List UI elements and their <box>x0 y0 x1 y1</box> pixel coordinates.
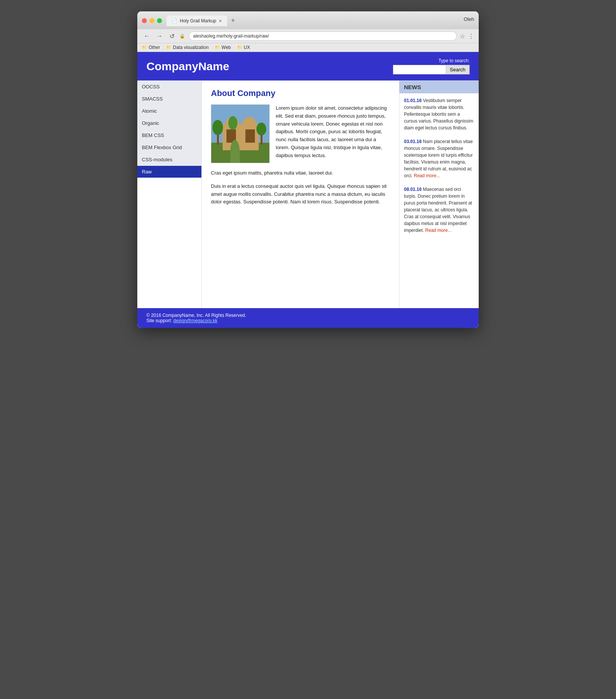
news-read-more-3[interactable]: Read more... <box>425 228 451 233</box>
tabs-row: 📄 Holy Grail Markup × + <box>167 15 238 26</box>
news-title: NEWS <box>399 81 479 93</box>
reload-button[interactable]: ↺ <box>168 32 176 41</box>
bookmark-web[interactable]: 📁 Web <box>215 45 231 50</box>
folder-icon: 📁 <box>166 45 171 50</box>
search-button[interactable]: Search <box>446 65 470 74</box>
search-area: Type to search: Search <box>393 58 470 74</box>
bookmark-label: Web <box>222 45 231 50</box>
menu-button[interactable]: ⋮ <box>468 33 474 40</box>
sidebar-item-oocss[interactable]: OOCSS <box>137 81 201 93</box>
sidebar-item-atomic[interactable]: Atomic <box>137 105 201 117</box>
sidebar-item-organic[interactable]: Organic <box>137 117 201 129</box>
content-image <box>211 104 270 163</box>
news-sidebar: NEWS 01.01.16 Vestibulum semper convalli… <box>399 81 479 308</box>
svg-rect-9 <box>232 128 234 145</box>
address-input[interactable] <box>189 31 457 41</box>
sidebar-item-css-modules[interactable]: CSS-modules <box>137 154 201 166</box>
folder-icon: 📁 <box>215 45 220 50</box>
folder-icon: 📁 <box>237 45 242 50</box>
svg-point-4 <box>242 117 256 131</box>
news-content: 01.01.16 Vestibulum semper convallis mau… <box>399 93 479 244</box>
minimize-button[interactable] <box>149 18 154 23</box>
footer-support: Site support: design@megacorp.kk <box>146 318 470 323</box>
content-paragraph-3: Duis in erat a lectus consequat auctor q… <box>211 183 390 206</box>
site-footer: © 2016 CompanyName, Inc. All Rights Rese… <box>137 308 479 328</box>
news-item-3: 08.01.16 Maecenas sed orci turpis. Donec… <box>404 186 474 234</box>
bookmark-label: Other <box>149 45 160 50</box>
sidebar-item-raw[interactable]: Raw <box>137 166 201 178</box>
site-header: CompanyName Type to search: Search <box>137 52 479 80</box>
bookmark-button[interactable]: ☆ <box>460 33 465 40</box>
news-item-2: 03.01.16 Nam placerat tellus vitae rhonc… <box>404 138 474 179</box>
tab-close-button[interactable]: × <box>219 18 222 24</box>
news-date-2: 03.01.16 <box>404 139 422 144</box>
sidebar-item-smacss[interactable]: SMACSS <box>137 93 201 105</box>
bookmarks-bar: 📁 Other 📁 Data visualization 📁 Web 📁 UX <box>137 43 479 52</box>
content-area: About Company <box>202 81 399 308</box>
content-image-visual <box>211 105 269 163</box>
bookmark-label: UX <box>244 45 250 50</box>
content-intro: Lorem ipsum dolor sit amet, consectetur … <box>211 104 390 163</box>
search-row: Search <box>393 65 470 74</box>
sidebar-item-bem-css[interactable]: BEM CSS <box>137 129 201 142</box>
bookmark-other[interactable]: 📁 Other <box>142 45 160 50</box>
footer-support-label: Site support: <box>146 318 172 323</box>
forward-button[interactable]: → <box>155 32 165 40</box>
browser-window: 📄 Holy Grail Markup × + Oleh ← → ↺ 🔒 ☆ ⋮… <box>137 11 479 328</box>
footer-support-email[interactable]: design@megacorp.kk <box>173 318 217 323</box>
news-read-more-2[interactable]: Read more... <box>414 173 440 178</box>
footer-copyright: © 2016 CompanyName, Inc. All Rights Rese… <box>146 313 470 318</box>
news-item-1: 01.01.16 Vestibulum semper convallis mau… <box>404 97 474 131</box>
secure-icon: 🔒 <box>179 33 185 39</box>
news-date-3: 08.01.16 <box>404 187 422 192</box>
bookmark-ux[interactable]: 📁 UX <box>237 45 250 50</box>
back-button[interactable]: ← <box>142 32 152 40</box>
maximize-button[interactable] <box>157 18 162 23</box>
svg-point-12 <box>256 123 266 135</box>
tab-title: Holy Grail Markup <box>180 18 216 24</box>
svg-rect-5 <box>226 129 236 143</box>
bookmark-datavis[interactable]: 📁 Data visualization <box>166 45 209 50</box>
active-tab[interactable]: 📄 Holy Grail Markup × <box>167 16 227 26</box>
search-input[interactable] <box>393 65 446 74</box>
profile-label: Oleh <box>464 16 474 25</box>
search-label: Type to search: <box>438 58 470 63</box>
svg-point-10 <box>228 116 237 130</box>
tab-icon: 📄 <box>172 18 178 24</box>
close-button[interactable] <box>142 18 147 23</box>
main-layout: OOCSS SMACSS Atomic Organic BEM CSS BEM … <box>137 80 479 308</box>
content-paragraph-1: Lorem ipsum dolor sit amet, consectetur … <box>276 104 390 163</box>
sidebar-item-bem-flexbox[interactable]: BEM Flexbox Grid <box>137 142 201 154</box>
news-text-3: Maecenas sed orci turpis. Donec pretium … <box>404 187 472 233</box>
svg-point-8 <box>212 120 223 135</box>
new-tab-button[interactable]: + <box>228 15 238 26</box>
news-text-2: Nam placerat tellus vitae rhoncus ornare… <box>404 139 473 178</box>
folder-icon: 📁 <box>142 45 147 50</box>
news-date-1: 01.01.16 <box>404 98 422 103</box>
window-controls <box>142 18 162 23</box>
site-logo: CompanyName <box>146 60 229 73</box>
title-bar: 📄 Holy Grail Markup × + Oleh <box>137 11 479 29</box>
address-bar: ← → ↺ 🔒 ☆ ⋮ <box>137 29 479 43</box>
bookmark-label: Data visualization <box>173 45 209 50</box>
site-content: CompanyName Type to search: Search OOCSS… <box>137 52 479 328</box>
content-paragraph-2: Cras eget ipsum mattis, pharetra nulla v… <box>211 169 390 177</box>
svg-rect-6 <box>245 129 255 143</box>
sidebar: OOCSS SMACSS Atomic Organic BEM CSS BEM … <box>137 81 202 308</box>
content-title: About Company <box>211 88 390 98</box>
